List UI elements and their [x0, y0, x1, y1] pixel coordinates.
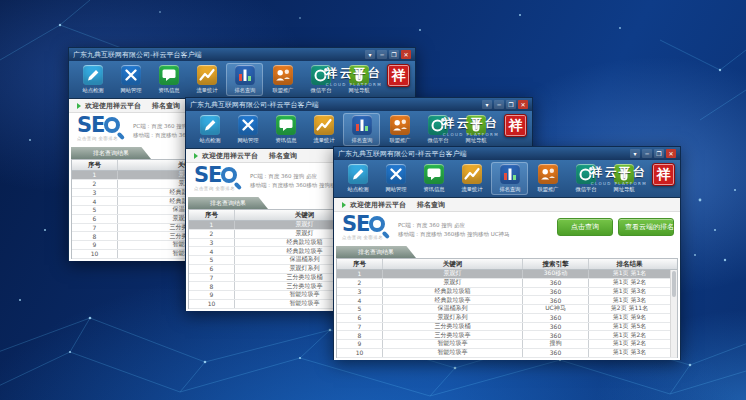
toolbar-item-bar-chart[interactable]: 排名查询 [343, 113, 380, 146]
scrollbar-thumb[interactable] [672, 271, 676, 297]
cell-rank: 第1页 第2名 [589, 331, 670, 339]
line-chart-icon [314, 115, 334, 135]
window-titlebar[interactable]: 广东九典互联网有限公司-祥云平台客户端 ▾ ─ ❐ ✕ [69, 48, 415, 61]
cell-seq: 8 [189, 282, 235, 290]
engine-list-mobile: 移动端：百度移动 360移动 搜狗移动 UC神马 [398, 230, 510, 239]
cell-seq: 8 [72, 232, 118, 240]
toolbar-item-bar-chart[interactable]: 排名查询 [226, 63, 263, 96]
app-window-front[interactable]: 广东九典互联网有限公司-祥云平台客户端 ▾ ─ ❐ ✕ 站点检测网站管理资讯信息… [333, 146, 681, 360]
pin-button[interactable]: ▾ [482, 100, 492, 109]
close-button[interactable]: ✕ [518, 100, 528, 109]
results-table: 序号关键词搜索引擎排名结果 1景观灯360移动第1页 第1名2景观灯360第1页… [336, 258, 678, 358]
cell-engine: 360 [523, 323, 589, 331]
minimize-button[interactable]: ─ [642, 149, 652, 158]
tab-ranking-results[interactable]: 排名查询结果 [336, 246, 416, 258]
brand-subtitle: CLOUD PLATFORM [443, 132, 499, 137]
cell-seq: 9 [337, 340, 383, 348]
cell-keyword: 景观灯系列 [383, 314, 523, 322]
toolbar-item-line-chart[interactable]: 流量统计 [188, 63, 225, 96]
toolbar-item-label: 流量统计 [196, 87, 217, 95]
chat-icon [276, 115, 296, 135]
table-row[interactable]: 1景观灯360移动第1页 第1名 [337, 270, 677, 279]
toolbar-item-bar-chart[interactable]: 排名查询 [491, 162, 528, 195]
table-row[interactable]: 5保温桶系列UC神马第2页 第11名 [337, 305, 677, 314]
people-icon [538, 164, 558, 184]
toolbar-item-pencil[interactable]: 站点检测 [191, 113, 228, 146]
toolbar-item-people[interactable]: 联盟推广 [381, 113, 418, 146]
cell-seq: 2 [189, 230, 235, 238]
toolbar-item-label: 微信平台 [427, 137, 448, 145]
table-scrollbar[interactable] [670, 270, 677, 357]
cell-seq: 7 [72, 224, 118, 232]
table-row[interactable]: 4经典款垃圾亭360第1页 第3名 [337, 296, 677, 305]
view-cloud-ranking-button[interactable]: 查看云端的排名 [618, 218, 674, 236]
tab-ranking-results[interactable]: 排名查询结果 [71, 147, 151, 159]
toolbar-item-chat[interactable]: 资讯信息 [267, 113, 304, 146]
toolbar-item-label: 排名查询 [234, 87, 255, 95]
maximize-button[interactable]: ❐ [389, 50, 399, 59]
maximize-button[interactable]: ❐ [654, 149, 664, 158]
close-button[interactable]: ✕ [401, 50, 411, 59]
pin-button[interactable]: ▾ [365, 50, 375, 59]
toolbar-item-label: 网址导航 [613, 186, 634, 194]
toolbar-item-pencil[interactable]: 站点检测 [339, 162, 376, 195]
toolbar-item-tools[interactable]: 网站管理 [229, 113, 266, 146]
table-row[interactable]: 6景观灯系列360第1页 第9名 [337, 314, 677, 323]
breadcrumb-welcome: 欢迎使用祥云平台 [85, 101, 141, 111]
toolbar-item-label: 网站管理 [120, 87, 141, 95]
minimize-button[interactable]: ─ [377, 50, 387, 59]
bar-chart-icon [352, 115, 372, 135]
toolbar-item-tools[interactable]: 网站管理 [112, 63, 149, 96]
table-row[interactable]: 10智能垃圾亭360第1页 第3名 [337, 349, 677, 358]
toolbar-item-people[interactable]: 联盟推广 [529, 162, 566, 195]
table-row[interactable]: 8三分类垃圾亭360第1页 第2名 [337, 331, 677, 340]
minimize-button[interactable]: ─ [494, 100, 504, 109]
toolbar-item-label: 站点检测 [199, 137, 220, 145]
toolbar-item-label: 流量统计 [313, 137, 334, 145]
toolbar-item-line-chart[interactable]: 流量统计 [305, 113, 342, 146]
seo-tagline: 点击查询 全面排名 [342, 236, 388, 241]
toolbar-item-label: 排名查询 [351, 137, 372, 145]
window-titlebar[interactable]: 广东九典互联网有限公司-祥云平台客户端 ▾ ─ ❐ ✕ [334, 147, 680, 160]
query-button[interactable]: 点击查询 [557, 218, 613, 236]
column-header: 排名结果 [589, 259, 670, 269]
breadcrumb-page: 排名查询 [152, 101, 180, 111]
brand: 祥云平台 CLOUD PLATFORM 祥 [591, 163, 675, 186]
close-button[interactable]: ✕ [666, 149, 676, 158]
breadcrumb: 欢迎使用祥云平台 排名查询 [334, 198, 680, 212]
table-header: 序号关键词搜索引擎排名结果 [337, 259, 677, 270]
cell-seq: 5 [337, 305, 383, 313]
magnifier-icon [369, 216, 388, 233]
pin-button[interactable]: ▾ [630, 149, 640, 158]
cell-seq: 2 [72, 180, 118, 188]
brand-seal-icon: 祥 [387, 64, 410, 87]
toolbar-item-tools[interactable]: 网站管理 [377, 162, 414, 195]
toolbar-item-pencil[interactable]: 站点检测 [74, 63, 111, 96]
cell-seq: 10 [189, 300, 235, 308]
toolbar-item-chat[interactable]: 资讯信息 [150, 63, 187, 96]
seo-logo-text: SE [194, 163, 221, 187]
tools-icon [386, 164, 406, 184]
cell-keyword: 经典款垃圾亭 [383, 296, 523, 304]
cell-seq: 2 [337, 279, 383, 287]
bar-chart-icon [235, 65, 255, 85]
cell-seq: 7 [189, 274, 235, 282]
tab-ranking-results[interactable]: 排名查询结果 [188, 197, 268, 209]
cell-keyword: 三分类垃圾亭 [383, 331, 523, 339]
toolbar-item-label: 联盟推广 [537, 186, 558, 194]
table-row[interactable]: 3经典款垃圾箱360第1页 第3名 [337, 288, 677, 297]
toolbar-item-people[interactable]: 联盟推广 [264, 63, 301, 96]
window-titlebar[interactable]: 广东九典互联网有限公司-祥云平台客户端 ▾ ─ ❐ ✕ [186, 98, 532, 111]
table-row[interactable]: 7三分类垃圾桶360第1页 第5名 [337, 323, 677, 332]
table-row[interactable]: 2景观灯360第1页 第2名 [337, 279, 677, 288]
toolbar-item-line-chart[interactable]: 流量统计 [453, 162, 490, 195]
column-header: 搜索引擎 [523, 259, 589, 269]
line-chart-icon [197, 65, 217, 85]
brand-text: 祥云平台 CLOUD PLATFORM [326, 65, 382, 87]
cell-seq: 8 [337, 331, 383, 339]
toolbar-item-chat[interactable]: 资讯信息 [415, 162, 452, 195]
maximize-button[interactable]: ❐ [506, 100, 516, 109]
cell-keyword: 景观灯 [383, 270, 523, 278]
table-row[interactable]: 9智能垃圾亭搜狗第1页 第2名 [337, 340, 677, 349]
brand-name: 祥云平台 [326, 65, 382, 82]
